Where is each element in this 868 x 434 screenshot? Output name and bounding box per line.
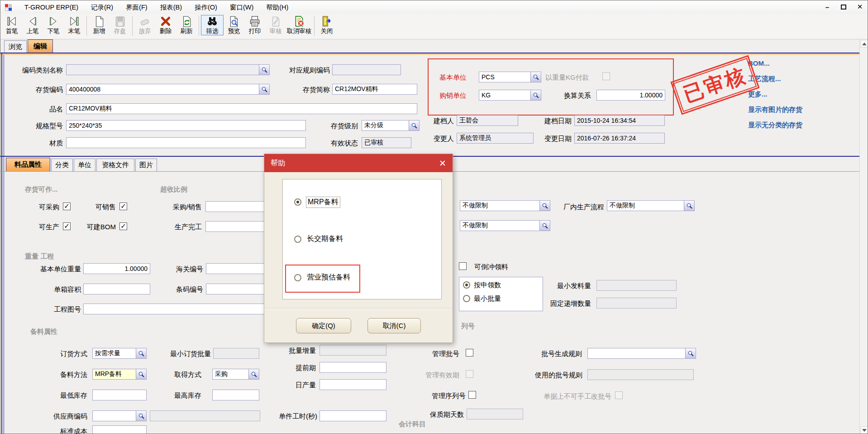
lookup-icon[interactable] [685, 348, 696, 358]
manage-serial-checkbox[interactable] [468, 391, 476, 399]
menu-item-report[interactable]: 报表(B) [154, 1, 188, 14]
rule-code-field[interactable] [332, 64, 401, 75]
prep-method-field[interactable]: MRP备料 [92, 369, 147, 380]
last-record-button[interactable]: 末笔 [64, 15, 85, 35]
lookup-icon[interactable] [530, 90, 541, 100]
refresh-button[interactable]: 刷新 [176, 15, 197, 35]
code-category-field[interactable] [66, 64, 270, 75]
option-mrp-label[interactable]: MRP备料 [306, 197, 340, 208]
scroll-up-arrow[interactable] [860, 40, 868, 48]
next-record-button[interactable]: 下笔 [43, 15, 64, 35]
level-field[interactable]: 未分级 [362, 120, 420, 131]
std-cost-field[interactable] [92, 425, 147, 434]
menu-item-operate[interactable]: 操作(O) [188, 1, 224, 14]
dialog-close-icon[interactable]: ✕ [437, 158, 448, 169]
batch-rule-field[interactable] [587, 348, 696, 359]
option-forecast-radio[interactable] [294, 274, 301, 281]
option-long-lead-label[interactable]: 长交期备料 [307, 234, 343, 244]
subtab-units[interactable]: 单位 [74, 159, 95, 171]
show-with-image-link[interactable]: 显示有图片的存货 [748, 106, 802, 114]
base-weight-field[interactable]: 1.00000 [83, 263, 150, 274]
menu-item-window[interactable]: 窗口(W) [224, 1, 260, 14]
menu-item-interface[interactable]: 界面(F) [119, 1, 154, 14]
cancel-button[interactable]: 取消(C) [367, 318, 421, 333]
lookup-icon[interactable] [539, 221, 550, 231]
restriction-b-field[interactable]: 不做限制 [460, 220, 550, 231]
subtab-images[interactable]: 图片 [135, 159, 157, 171]
fixed-increment-field [596, 298, 677, 309]
vertical-scrollbar[interactable] [859, 39, 868, 434]
help-dialog-titlebar[interactable]: 帮助 [264, 154, 453, 172]
modify-date-label: 变更日期 [535, 135, 572, 143]
conversion-field[interactable]: 1.00000 [596, 90, 665, 101]
by-request-radio[interactable] [463, 281, 470, 289]
first-record-button[interactable]: 首笔 [1, 15, 22, 35]
box-volume-field[interactable] [83, 284, 150, 294]
tab-browse[interactable]: 浏览 [4, 40, 27, 53]
producible-checkbox[interactable] [63, 222, 71, 230]
prev-record-button[interactable]: 上笔 [22, 15, 43, 35]
subtab-item-attributes[interactable]: 料品属性 [6, 158, 50, 171]
item-name-field[interactable]: CR12MOV精料 [66, 103, 417, 114]
manage-batch-checkbox[interactable] [466, 349, 473, 357]
close-button[interactable]: ✕ [855, 2, 865, 11]
scroll-down-arrow[interactable] [860, 426, 868, 434]
acquire-mode-field[interactable]: 采购 [212, 369, 259, 380]
lookup-icon[interactable] [684, 201, 694, 211]
max-stock-field[interactable] [212, 390, 259, 400]
delete-button[interactable]: 删除 [155, 15, 176, 35]
trade-unit-field[interactable]: KG [479, 90, 541, 101]
max-stock-label: 最高库存 [160, 391, 201, 400]
lookup-icon[interactable] [248, 369, 259, 379]
purchasable-checkbox[interactable] [63, 203, 71, 210]
min-batch-radio[interactable] [463, 295, 470, 302]
preview-button[interactable]: 预览 [224, 15, 244, 35]
menu-item-help[interactable]: 帮助(H) [260, 1, 295, 14]
base-unit-field[interactable]: PCS [479, 72, 541, 82]
close-form-button[interactable]: 关闭 [316, 15, 337, 35]
item-abbr-field[interactable]: CR12MOV精料 [332, 84, 417, 95]
ok-button[interactable]: 确定(Q) [296, 318, 351, 333]
bomable-checkbox[interactable] [119, 222, 127, 230]
lookup-icon[interactable] [539, 201, 550, 211]
print-button[interactable]: 打印 [244, 15, 265, 35]
more-link[interactable]: 更多... [748, 90, 768, 99]
filter-button[interactable]: 筛选 [201, 15, 224, 35]
menu-item-record[interactable]: 记录(R) [85, 1, 119, 14]
show-unclassified-link[interactable]: 显示无分类的存货 [748, 121, 802, 130]
supplier-field[interactable] [92, 410, 147, 421]
tab-edit[interactable]: 编辑 [28, 39, 53, 53]
factory-flow-field[interactable]: 不做限制 [607, 200, 695, 211]
lead-time-field[interactable] [320, 362, 386, 373]
lookup-icon[interactable] [530, 72, 541, 82]
option-forecast-label[interactable]: 营业预估备料 [307, 273, 350, 282]
order-mode-field[interactable]: 按需求量 [92, 348, 147, 359]
menu-item-app[interactable]: T-GROUP ERP(E) [18, 2, 85, 13]
shelf-days-field[interactable] [467, 409, 523, 420]
restriction-a-field[interactable]: 不做限制 [460, 200, 550, 211]
option-long-lead-radio[interactable] [294, 236, 301, 243]
fixed-increment-label: 固定递增数量 [542, 299, 591, 308]
add-button[interactable]: 新增 [89, 15, 110, 35]
subtab-classification[interactable]: 分类 [51, 159, 73, 171]
subtab-qualification[interactable]: 资格文件 [96, 159, 134, 171]
lookup-icon[interactable] [136, 411, 146, 421]
lookup-icon[interactable] [136, 369, 146, 379]
spec-field[interactable]: 250*240*35 [66, 120, 306, 131]
lookup-icon[interactable] [409, 121, 419, 130]
item-code-field[interactable]: 400400008 [66, 84, 270, 95]
backflush-checkbox[interactable] [459, 262, 467, 270]
lookup-icon[interactable] [136, 348, 146, 358]
minimize-button[interactable]: – [822, 2, 832, 11]
min-stock-field[interactable] [92, 390, 147, 400]
cancel-audit-button[interactable]: 取消审核 [286, 15, 312, 35]
material-field[interactable] [66, 137, 306, 148]
restore-button[interactable] [839, 2, 849, 11]
lookup-icon[interactable] [259, 84, 269, 94]
sellable-checkbox[interactable] [119, 203, 127, 210]
unit-hours-field[interactable] [320, 410, 386, 421]
option-mrp-radio[interactable] [294, 198, 301, 206]
order-mode-label: 订货方式 [46, 350, 87, 358]
daily-output-field[interactable] [320, 379, 386, 390]
lookup-icon[interactable] [259, 65, 269, 75]
